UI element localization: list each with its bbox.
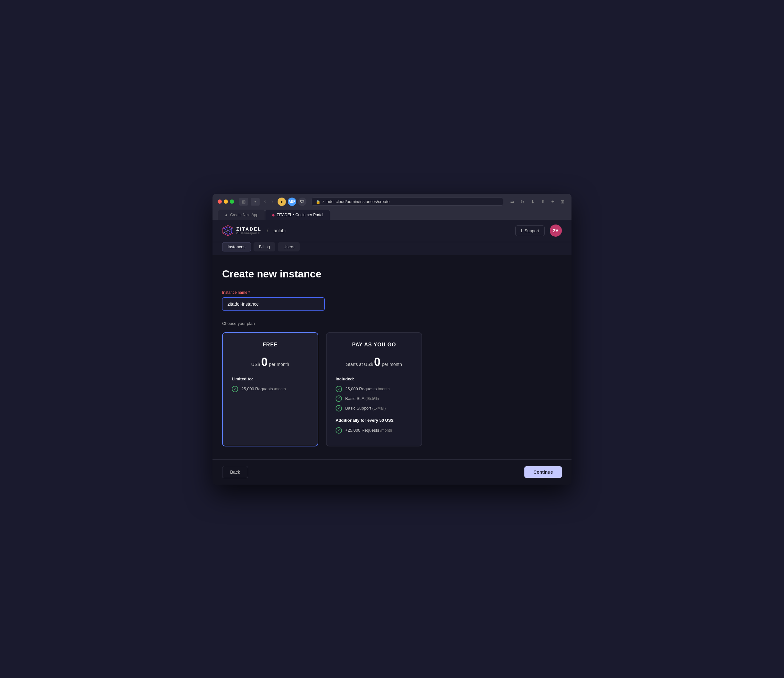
plan-card-free[interactable]: FREE US$ 0 per month Limited to: ✓ 25,00… [222,332,318,446]
create-next-app-favicon: ▲ [224,213,228,217]
zitadel-favicon: ◆ [272,213,275,217]
divider-slash: / [267,227,269,234]
payg-plan-title: PAY AS YOU GO [336,342,412,348]
avatar-initials: ZA [553,228,558,233]
nav-tab-users[interactable]: Users [278,242,300,251]
check-icon-4: ✓ [336,427,342,433]
close-dot[interactable] [218,200,222,204]
check-icon: ✓ [232,386,238,392]
nav-tab-instances-label: Instances [227,245,246,249]
share-button[interactable]: ⬆ [539,198,547,205]
browser-icons: ● ABP 🛡 [278,198,306,206]
payg-additional-header: Additionally for every 50 US$: [336,418,412,423]
browser-tabs: ▲ Create Next App ◆ ZITADEL • Customer P… [218,210,566,220]
nav-tab-billing-label: Billing [259,245,270,249]
browser-titlebar: ▥ ▾ ‹ › ● ABP 🛡 🔒 zitadel.cloud/admin/in… [213,194,571,220]
free-price-suffix: per month [269,362,289,367]
payg-feature-3: ✓ Basic Support (E-Mail) [336,405,412,411]
browser-chevron-down-button[interactable]: ▾ [250,198,260,206]
avatar[interactable]: ZA [550,224,562,237]
plan-card-payg[interactable]: PAY AS YOU GO Starts at US$ 0 per month … [326,332,422,446]
instance-name-label: Instance name * [222,290,562,295]
main-content: Create new instance Instance name * Choo… [213,255,571,459]
payg-feature-3-text: Basic Support (E-Mail) [345,406,386,410]
back-button[interactable]: Back [222,466,248,478]
nav-tabs: Instances Billing Users [213,242,571,255]
nav-tab-users-label: Users [283,245,294,249]
plan-selection-section: Choose your plan FREE US$ 0 per month Li… [222,321,562,446]
address-bar-row: 🔒 zitadel.cloud/admin/instances/create [311,198,503,206]
refresh-button[interactable]: ↻ [519,198,526,205]
browser-tab-zitadel[interactable]: ◆ ZITADEL • Customer Portal [265,210,330,220]
minimize-dot[interactable] [224,200,228,204]
payg-limit-header: Included: [336,377,412,381]
grid-button[interactable]: ⊞ [558,198,566,205]
browser-nav: ‹ › [262,198,275,206]
logo-text: ZITADEL Customerportal [236,226,261,235]
tab-label-create-next-app: Create Next App [230,213,258,217]
free-price-amount: 0 [261,355,268,369]
page-title: Create new instance [222,268,562,280]
browser-window: ▥ ▾ ‹ › ● ABP 🛡 🔒 zitadel.cloud/admin/in… [213,194,571,485]
support-button[interactable]: ℹ Support [515,226,544,236]
maximize-dot[interactable] [230,200,234,204]
traffic-lights [218,200,234,204]
payg-feature-2: ✓ Basic SLA (95.5%) [336,396,412,402]
browser-back-button[interactable]: ‹ [262,198,268,206]
payg-price-prefix: Starts at US$ [346,362,373,367]
payg-additional-section: Additionally for every 50 US$: ✓ +25,000… [336,418,412,433]
continue-button[interactable]: Continue [524,466,562,478]
add-tab-button[interactable]: + [549,198,556,205]
free-feature-1: ✓ 25,000 Requests /month [232,386,309,392]
logo-title: ZITADEL [236,226,261,232]
browser-forward-button[interactable]: › [269,198,275,206]
sidebar-toggle-button[interactable]: ▥ [239,198,248,206]
check-icon-1: ✓ [336,386,342,392]
browser-icon-abp[interactable]: ABP [288,198,296,206]
check-icon-2: ✓ [336,396,342,402]
nav-tab-instances[interactable]: Instances [222,242,251,251]
support-label: Support [524,228,539,233]
lock-icon: 🔒 [316,200,320,204]
tab-label-zitadel: ZITADEL • Customer Portal [277,213,324,217]
free-limit-header: Limited to: [232,377,309,381]
free-plan-title: FREE [232,342,309,348]
free-price-prefix: US$ [251,362,260,367]
instance-name-section: Instance name * [222,290,562,311]
payg-additional-feature-text: +25,000 Requests /month [345,428,392,433]
url-text: zitadel.cloud/admin/instances/create [322,199,390,204]
free-plan-price: US$ 0 per month [232,355,309,369]
free-feature-1-text: 25,000 Requests /month [241,387,286,391]
plans-grid: FREE US$ 0 per month Limited to: ✓ 25,00… [222,332,562,446]
payg-plan-price: Starts at US$ 0 per month [336,355,412,369]
plan-section-label: Choose your plan [222,321,562,326]
address-bar[interactable]: 🔒 zitadel.cloud/admin/instances/create [311,198,503,206]
zitadel-logo-icon [222,225,234,236]
org-name: anlubi [274,228,286,233]
required-indicator: * [247,290,250,295]
translate-button[interactable]: ⇄ [508,198,516,205]
payg-price-amount: 0 [374,355,381,369]
nav-left: ZITADEL Customerportal / anlubi [222,225,286,236]
payg-feature-1: ✓ 25,000 Requests /month [336,386,412,392]
payg-price-suffix: per month [382,362,402,367]
browser-icon-zitadel[interactable]: ● [278,198,286,206]
support-icon: ℹ [521,228,523,233]
nav-right: ℹ Support ZA [515,224,562,237]
nav-tab-billing[interactable]: Billing [254,242,276,251]
browser-icon-shield[interactable]: 🛡 [298,198,306,206]
logo-area: ZITADEL Customerportal [222,225,261,236]
top-nav: ZITADEL Customerportal / anlubi ℹ Suppor… [213,220,571,242]
browser-tab-create-next-app[interactable]: ▲ Create Next App [218,210,265,220]
logo-subtitle: Customerportal [236,232,261,235]
check-icon-3: ✓ [336,405,342,411]
payg-feature-2-text: Basic SLA (95.5%) [345,396,379,401]
app-content: ZITADEL Customerportal / anlubi ℹ Suppor… [213,220,571,485]
page-footer: Back Continue [213,459,571,485]
browser-action-icons: ⇄ ↻ ⬇ ⬆ + ⊞ [508,198,566,205]
download-button[interactable]: ⬇ [529,198,537,205]
payg-feature-1-text: 25,000 Requests /month [345,387,390,391]
instance-name-input[interactable] [222,297,325,311]
payg-additional-feature-1: ✓ +25,000 Requests /month [336,427,412,433]
